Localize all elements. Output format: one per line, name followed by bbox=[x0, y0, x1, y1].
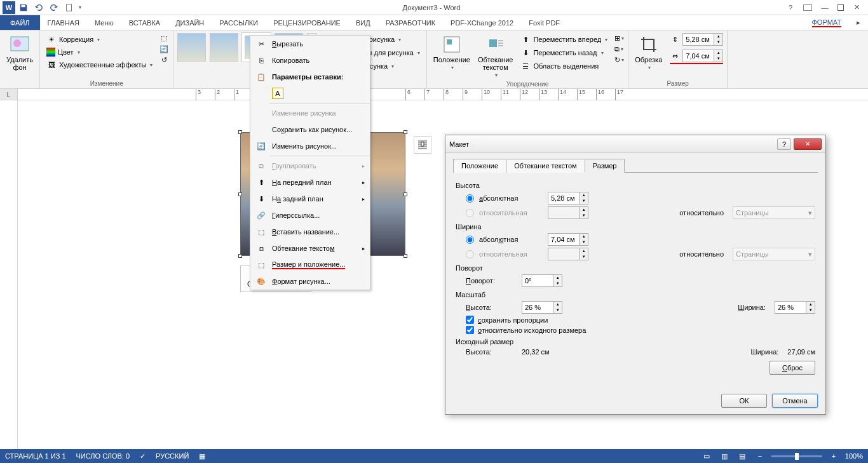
color-button[interactable]: Цвет▾ bbox=[44, 46, 155, 58]
dialog-help-icon[interactable]: ? bbox=[777, 138, 791, 150]
cm-copy[interactable]: ⎘Копировать bbox=[250, 52, 370, 69]
picture-style-1[interactable] bbox=[177, 33, 206, 62]
rotate-icon[interactable]: ↻▾ bbox=[614, 55, 624, 65]
web-layout-icon[interactable]: ▤ bbox=[736, 451, 749, 461]
tab-file[interactable]: ФАЙЛ bbox=[0, 15, 40, 30]
dialog-tab-size[interactable]: Размер bbox=[585, 159, 625, 173]
lock-aspect-label[interactable]: сохранить пропорции bbox=[478, 316, 548, 324]
layout-options-icon[interactable] bbox=[414, 136, 431, 154]
reset-button[interactable]: Сброс bbox=[770, 361, 815, 375]
scale-width-input[interactable]: ▴▾ bbox=[775, 301, 815, 314]
scale-height-input[interactable]: ▴▾ bbox=[522, 301, 562, 314]
cm-cut[interactable]: ✂Вырезать bbox=[250, 36, 370, 52]
language-indicator[interactable]: РУССКИЙ bbox=[156, 452, 189, 460]
tab-pdfxchange[interactable]: PDF-XChange 2012 bbox=[443, 15, 521, 30]
relative-original-label[interactable]: относительно исходного размера bbox=[478, 326, 586, 334]
read-mode-icon[interactable]: ▭ bbox=[700, 451, 713, 461]
ok-button[interactable]: ОК bbox=[721, 394, 767, 408]
tab-review[interactable]: РЕЦЕНЗИРОВАНИЕ bbox=[266, 15, 348, 30]
maximize-icon[interactable] bbox=[837, 4, 844, 11]
reset-picture-icon[interactable]: ↺ bbox=[159, 55, 169, 65]
word-icon[interactable]: W bbox=[3, 1, 15, 14]
change-picture-icon[interactable]: 🔄 bbox=[159, 44, 169, 54]
dialog-title-bar[interactable]: Макет ? ✕ bbox=[445, 135, 825, 153]
word-count[interactable]: ЧИСЛО СЛОВ: 0 bbox=[76, 452, 130, 460]
resize-handle[interactable] bbox=[403, 192, 407, 196]
resize-handle[interactable] bbox=[238, 192, 242, 196]
picture-style-2[interactable] bbox=[210, 33, 238, 62]
wrap-text-button[interactable]: Обтекание текстом▾ bbox=[475, 33, 515, 79]
dialog-tab-position[interactable]: Положение bbox=[453, 159, 506, 173]
tab-mailings[interactable]: РАССЫЛКИ bbox=[212, 15, 266, 30]
ruler-vertical[interactable] bbox=[0, 100, 18, 454]
selection-pane-button[interactable]: ☰Область выделения bbox=[518, 60, 610, 72]
zoom-level[interactable]: 100% bbox=[845, 452, 863, 460]
relative-original-checkbox[interactable] bbox=[466, 326, 474, 334]
ribbon-display-icon[interactable] bbox=[803, 4, 812, 11]
width-absolute-radio[interactable] bbox=[466, 236, 474, 244]
qat-dropdown-icon[interactable]: ▾ bbox=[79, 4, 81, 10]
tab-view[interactable]: ВИД bbox=[348, 15, 378, 30]
resize-handle[interactable] bbox=[403, 254, 407, 258]
height-absolute-label[interactable]: абсолютная bbox=[479, 194, 543, 202]
width-value-input[interactable]: ▴▾ bbox=[548, 233, 588, 246]
tab-format[interactable]: ФОРМАТ bbox=[804, 15, 850, 30]
zoom-out-icon[interactable]: − bbox=[754, 451, 766, 461]
ruler-corner[interactable]: L bbox=[0, 89, 18, 100]
cm-caption[interactable]: ⬚Вставить название... bbox=[250, 224, 370, 240]
help-icon[interactable]: ? bbox=[785, 3, 796, 13]
artistic-effects-button[interactable]: 🖼Художественные эффекты▾ bbox=[44, 58, 155, 71]
tab-developer[interactable]: РАЗРАБОТЧИК bbox=[378, 15, 443, 30]
macro-icon[interactable]: ▦ bbox=[199, 452, 205, 460]
position-button[interactable]: Положение▾ bbox=[431, 33, 473, 72]
minimize-icon[interactable]: ― bbox=[820, 3, 830, 13]
group-icon[interactable]: ⧉▾ bbox=[614, 44, 624, 54]
corrections-button[interactable]: ☀Коррекция▾ bbox=[44, 33, 155, 46]
tab-menu[interactable]: Меню bbox=[87, 15, 121, 30]
zoom-slider[interactable] bbox=[771, 455, 822, 457]
tab-foxit[interactable]: Foxit PDF bbox=[521, 15, 567, 30]
cm-size-position[interactable]: ⬚Размер и положение... bbox=[250, 257, 370, 273]
crop-button[interactable]: Обрезка▾ bbox=[632, 33, 665, 72]
tab-overflow-icon[interactable]: ▸ bbox=[849, 15, 868, 30]
cm-bring-front[interactable]: ⬆На передний план▸ bbox=[250, 174, 370, 191]
cm-send-back[interactable]: ⬇На задний план▸ bbox=[250, 191, 370, 207]
height-absolute-radio[interactable] bbox=[466, 194, 474, 203]
cm-format-picture[interactable]: 🎨Формат рисунка... bbox=[250, 273, 370, 290]
width-input[interactable]: ▴▾ bbox=[682, 50, 723, 62]
resize-handle[interactable] bbox=[238, 254, 242, 258]
rotation-label: Поворот: bbox=[466, 277, 517, 285]
remove-background-button[interactable]: Удалить фон bbox=[4, 33, 36, 72]
compress-icon[interactable]: ⬚ bbox=[159, 33, 169, 43]
cm-change[interactable]: 🔄Изменить рисунок... bbox=[250, 138, 370, 154]
undo-icon[interactable] bbox=[32, 1, 46, 14]
cm-paste-option-1[interactable]: A bbox=[250, 85, 370, 102]
height-input[interactable]: ▴▾ bbox=[682, 33, 723, 46]
resize-handle[interactable] bbox=[403, 130, 407, 134]
tab-insert[interactable]: ВСТАВКА bbox=[121, 15, 168, 30]
tab-design[interactable]: ДИЗАЙН bbox=[168, 15, 212, 30]
height-value-input[interactable]: ▴▾ bbox=[548, 192, 588, 205]
width-absolute-label[interactable]: абсолютная bbox=[479, 236, 543, 243]
spellcheck-icon[interactable]: ✓ bbox=[140, 452, 146, 460]
zoom-in-icon[interactable]: + bbox=[827, 451, 840, 461]
page-indicator[interactable]: СТРАНИЦА 1 ИЗ 1 bbox=[5, 452, 66, 460]
dialog-tab-wrap[interactable]: Обтекание текстом bbox=[506, 159, 585, 173]
bring-forward-button[interactable]: ⬆Переместить вперед▾ bbox=[518, 33, 610, 46]
cm-save-as-picture[interactable]: Сохранить как рисунок... bbox=[250, 121, 370, 138]
tab-home[interactable]: ГЛАВНАЯ bbox=[40, 15, 87, 30]
resize-handle[interactable] bbox=[238, 130, 242, 134]
dialog-close-icon[interactable]: ✕ bbox=[794, 138, 822, 150]
align-icon[interactable]: ⊞▾ bbox=[614, 33, 624, 43]
close-icon[interactable]: ✕ bbox=[851, 3, 862, 13]
save-icon[interactable] bbox=[17, 1, 31, 14]
redo-icon[interactable] bbox=[47, 1, 61, 14]
send-backward-button[interactable]: ⬇Переместить назад▾ bbox=[518, 46, 610, 59]
lock-aspect-checkbox[interactable] bbox=[466, 316, 474, 324]
cancel-button[interactable]: Отмена bbox=[772, 394, 818, 408]
print-layout-icon[interactable]: ▥ bbox=[718, 451, 731, 461]
new-doc-icon[interactable] bbox=[62, 1, 76, 14]
cm-wrap[interactable]: ⧈Обтекание текстом▸ bbox=[250, 240, 370, 257]
cm-hyperlink[interactable]: 🔗Гиперссылка... bbox=[250, 207, 370, 224]
rotation-input[interactable]: ▴▾ bbox=[522, 274, 562, 287]
